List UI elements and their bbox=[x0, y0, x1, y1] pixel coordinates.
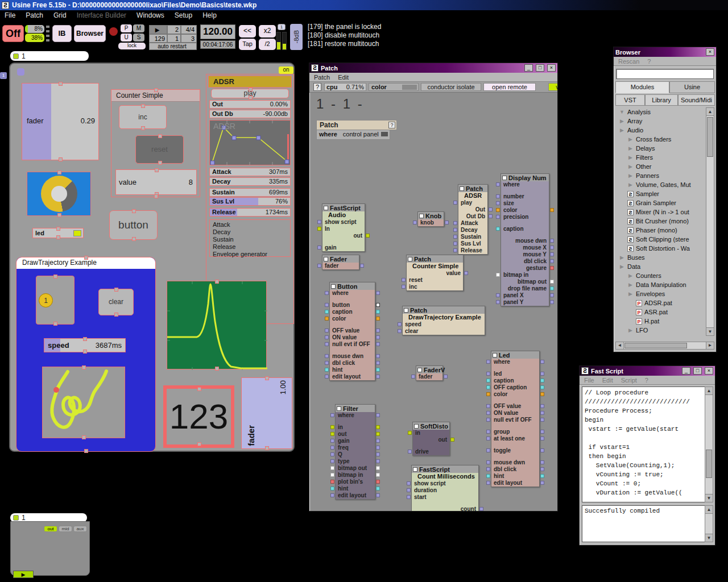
led-widget[interactable]: led bbox=[32, 228, 84, 238]
knob-widget[interactable] bbox=[27, 172, 91, 216]
browser-button[interactable]: Browser bbox=[74, 25, 106, 42]
module-checkbox[interactable] bbox=[460, 186, 464, 191]
mini-play-button[interactable]: ▶ bbox=[13, 571, 34, 578]
output-pin-hint[interactable] bbox=[540, 474, 544, 478]
color-swatch[interactable] bbox=[402, 85, 417, 90]
patch-canvas[interactable]: FastScriptAudioshow scriptInoutgainFader… bbox=[309, 93, 557, 511]
scroll-thumb[interactable] bbox=[706, 450, 712, 478]
scroll-up-arrow[interactable]: ▲ bbox=[705, 506, 713, 514]
output-pin-edit-layout[interactable] bbox=[376, 375, 380, 379]
module-checkbox[interactable] bbox=[331, 284, 336, 289]
open-remote-button[interactable]: open remote bbox=[483, 83, 536, 91]
input-pin-bitmap-in[interactable] bbox=[330, 473, 334, 477]
menu-setup[interactable]: Setup bbox=[175, 11, 192, 19]
output-pin-hint[interactable] bbox=[376, 368, 380, 372]
input-pin-edit-layout[interactable] bbox=[325, 375, 329, 379]
menu-grid[interactable]: Grid bbox=[53, 11, 67, 19]
module-checkbox[interactable] bbox=[408, 257, 412, 261]
scroll-up-arrow[interactable]: ▲ bbox=[705, 387, 713, 395]
script-editor[interactable]: // Loop procedure///////////////////////… bbox=[582, 386, 706, 502]
output-pin-out[interactable] bbox=[450, 438, 454, 442]
collapsed-icon[interactable]: ▶ bbox=[627, 327, 634, 333]
output-pin-where[interactable] bbox=[376, 291, 380, 295]
output-pin-out[interactable] bbox=[489, 207, 493, 211]
input-pin-fader[interactable] bbox=[411, 375, 415, 379]
counter-value-widget[interactable]: value 8 bbox=[115, 169, 197, 195]
collapsed-icon[interactable]: ▶ bbox=[627, 291, 634, 297]
output-pin-button[interactable] bbox=[376, 303, 380, 307]
browser-vertical-scrollbar[interactable]: ▲ ▼ bbox=[706, 107, 714, 336]
close-button[interactable]: × bbox=[706, 48, 714, 56]
input-pin-edit-layout[interactable] bbox=[486, 481, 490, 485]
input-pin-size[interactable] bbox=[496, 201, 500, 205]
tree-item-phaser-mono[interactable]: ƧPhaser (mono) bbox=[615, 226, 706, 235]
input-pin-dbl-click[interactable] bbox=[325, 361, 329, 365]
output-pin-value[interactable] bbox=[464, 271, 468, 275]
module-checkbox[interactable] bbox=[337, 406, 341, 411]
output-pin-mouse-y[interactable] bbox=[550, 252, 554, 256]
fader-widget[interactable]: fader 0.29 bbox=[22, 83, 99, 160]
maximize-button[interactable]: □ bbox=[693, 367, 702, 375]
input-pin-null-evt-if-off[interactable] bbox=[486, 418, 490, 422]
output-pin-dbl-click[interactable] bbox=[550, 259, 554, 263]
output-pin-toggle[interactable] bbox=[540, 448, 544, 452]
input-pin-start[interactable] bbox=[407, 495, 411, 499]
scroll-down-arrow[interactable]: ▼ bbox=[706, 327, 714, 335]
output-pin-edit-layout[interactable] bbox=[376, 493, 380, 497]
tab-vst[interactable]: VST bbox=[615, 94, 645, 106]
tree-item-cross-faders[interactable]: ▶Cross faders bbox=[615, 135, 706, 144]
input-pin-where[interactable] bbox=[325, 291, 329, 295]
input-pin-group[interactable] bbox=[486, 430, 490, 434]
input-pin-in[interactable] bbox=[408, 431, 412, 435]
collapsed-icon[interactable]: ▶ bbox=[627, 146, 634, 151]
beat-counter[interactable]: 3 bbox=[181, 34, 197, 43]
input-pin-clear[interactable] bbox=[398, 329, 402, 333]
output-pin-gesture[interactable] bbox=[550, 266, 554, 270]
output-pin-dbl-click[interactable] bbox=[376, 361, 380, 365]
output-pin-freq[interactable] bbox=[376, 446, 380, 450]
output-pin-fader[interactable] bbox=[360, 264, 364, 268]
reset-button[interactable]: reset bbox=[135, 135, 184, 164]
input-pin-duration[interactable] bbox=[407, 488, 411, 492]
input-pin-attack[interactable] bbox=[453, 221, 457, 225]
close-button[interactable]: × bbox=[705, 367, 713, 375]
tree-item-data[interactable]: ▶Data bbox=[615, 262, 706, 271]
master-gain-button[interactable]: -8dB bbox=[290, 24, 303, 50]
fs-menu-file[interactable]: File bbox=[584, 377, 594, 384]
output-pin-led[interactable] bbox=[540, 372, 544, 376]
module-patch-draw[interactable]: PatchDrawTrajectory Examplespeedclear bbox=[402, 306, 485, 335]
output-pin-off-caption[interactable] bbox=[540, 385, 544, 389]
signature-beat[interactable]: 2 bbox=[167, 25, 181, 34]
module-checkbox[interactable] bbox=[493, 353, 497, 357]
scroll-thumb[interactable] bbox=[624, 343, 687, 348]
input-pin-mouse-dwn[interactable] bbox=[486, 460, 490, 464]
output-pin-mouse-x[interactable] bbox=[550, 246, 554, 250]
tree-item-soft-distortion-wa[interactable]: ƧSoft Distortion - Wa bbox=[615, 244, 706, 253]
expanded-icon[interactable]: ▼ bbox=[619, 109, 625, 115]
collapsed-icon[interactable]: ▶ bbox=[619, 264, 625, 269]
menu-patch[interactable]: Patch bbox=[26, 11, 43, 19]
input-pin-release[interactable] bbox=[453, 248, 457, 252]
tree-item-filters[interactable]: ▶Filters bbox=[615, 153, 706, 162]
output-pin-on-value[interactable] bbox=[376, 335, 380, 339]
input-pin-where[interactable] bbox=[486, 360, 490, 364]
vertical-fader-widget[interactable]: 1.00 fader bbox=[241, 377, 292, 449]
tree-item-adsr-pat[interactable]: PADSR.pat bbox=[615, 298, 706, 307]
input-pin-out[interactable] bbox=[330, 432, 334, 436]
module-patch-counter[interactable]: PatchCounter Simplevalueresetinc bbox=[406, 255, 464, 291]
visible-button[interactable]: vis bbox=[548, 83, 558, 91]
input-pin-null-evt-if-off[interactable] bbox=[325, 342, 329, 346]
module-fastscript-audio[interactable]: FastScriptAudioshow scriptInoutgain bbox=[322, 203, 365, 252]
input-pin-sus-lvl[interactable] bbox=[453, 242, 457, 246]
tab-mid[interactable]: mid bbox=[59, 526, 72, 532]
output-pin-dbl-click[interactable] bbox=[540, 467, 544, 471]
module-checkbox[interactable] bbox=[417, 368, 422, 372]
collapsed-icon[interactable]: ▶ bbox=[627, 136, 634, 142]
adsr-envelope-graph[interactable]: ADSR bbox=[209, 120, 291, 165]
bar-counter[interactable]: 1 bbox=[167, 34, 181, 43]
module-patch-adsr[interactable]: PatchADSRplayOutOut DbAttackDecaySustain… bbox=[458, 184, 488, 255]
menu-help[interactable]: Help bbox=[202, 11, 217, 19]
module-button[interactable]: ButtonwherebuttoncaptioncolorOFF valueON… bbox=[329, 282, 375, 381]
status-scrollbar[interactable]: ▲ ▼ bbox=[705, 505, 713, 542]
patch-menu-patch[interactable]: Patch bbox=[314, 74, 330, 81]
